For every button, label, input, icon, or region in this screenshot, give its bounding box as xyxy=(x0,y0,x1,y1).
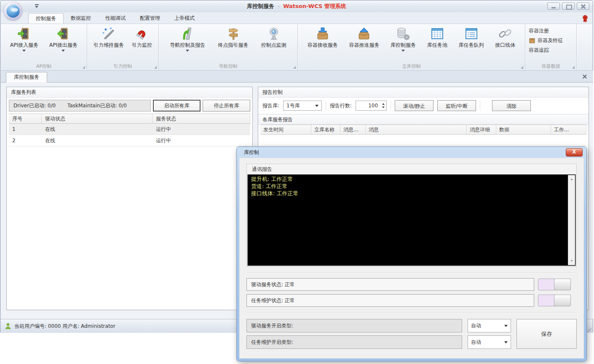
list-icon xyxy=(464,27,479,41)
divider xyxy=(326,101,326,111)
minimize-button[interactable] xyxy=(547,3,560,10)
dialog-launcher-icon[interactable] xyxy=(293,66,296,69)
ribbon-group-container-data: 容器注册 容器及特征 容器追踪 容器数据 xyxy=(525,24,577,70)
task-pool-button[interactable]: 库任务池 xyxy=(425,25,450,63)
table-row[interactable]: 1 在线 运行中 xyxy=(9,124,250,135)
warehouse-control-service-button[interactable]: 库控制服务 xyxy=(388,25,418,63)
nav-control-report-button[interactable]: 导航控制及报告 xyxy=(167,25,208,63)
chevron-down-icon xyxy=(315,105,318,109)
chevron-down-icon xyxy=(22,50,26,53)
dialog-launcher-icon[interactable] xyxy=(154,66,157,69)
clear-button[interactable]: 清除 xyxy=(492,100,531,111)
app-orb-button[interactable] xyxy=(4,2,22,20)
ribbon-group-footer: 引力控制 xyxy=(87,63,158,70)
titlebar: 库控制服务 - Watson-WCS 管理系统 xyxy=(0,0,593,12)
ribbon-group-footer: 容器数据 xyxy=(525,63,576,70)
arrow-up-icon xyxy=(382,102,385,105)
gravity-monitor-button[interactable]: 引力监控 xyxy=(129,25,155,63)
gravity-keep-service-button[interactable]: 引力维持服务 xyxy=(91,25,126,63)
report-lib-value: 1号库 xyxy=(286,102,300,109)
column-header[interactable]: 工作... xyxy=(551,125,586,134)
vertical-scrollbar[interactable] xyxy=(568,175,575,265)
column-header[interactable]: 驱动状态 xyxy=(42,114,153,123)
tab-control-service[interactable]: 控制服务 xyxy=(28,13,64,24)
start-all-button[interactable]: 启动所有库 xyxy=(153,100,201,112)
column-header[interactable]: 序号 xyxy=(9,114,42,123)
dialog-close-button[interactable]: X xyxy=(566,148,583,157)
toggle-knob xyxy=(554,295,571,306)
column-header[interactable]: 数据 xyxy=(496,125,551,134)
divider xyxy=(246,272,577,273)
api-in-service-button[interactable]: API接入服务 xyxy=(8,25,41,63)
maximize-button[interactable] xyxy=(562,3,575,10)
resize-grip[interactable] xyxy=(586,326,591,332)
console-line: 货道: 工作正常 xyxy=(251,183,565,190)
column-header[interactable]: 发生时间 xyxy=(260,125,311,134)
dialog-launcher-icon[interactable] xyxy=(572,66,575,69)
console-line: 接口线体: 工作正常 xyxy=(251,190,565,197)
report-lib-select[interactable]: 1号库 xyxy=(283,101,322,111)
ribbon-button-label: 引力维持服务 xyxy=(94,42,124,48)
ribbon-button-label: 库任务池 xyxy=(427,42,447,48)
document-close-icon[interactable] xyxy=(582,74,587,79)
container-feature-button[interactable]: 容器及特征 xyxy=(529,37,563,44)
endpoint-guide-service-button[interactable]: 终点指引服务 xyxy=(216,25,251,63)
scroll-down-icon xyxy=(570,260,573,263)
comm-report-console[interactable]: 提升机: 工作正常 货道: 工作正常 接口线体: 工作正常 xyxy=(247,174,576,266)
task-maintain-status: 任务维护状态: 正常 xyxy=(246,294,534,307)
report-lines-value: 100 xyxy=(356,101,380,110)
save-button[interactable]: 保存 xyxy=(516,319,577,349)
table-row[interactable]: 2 在线 运行中 xyxy=(9,135,250,146)
tab-data-monitor[interactable]: 数据监控 xyxy=(64,13,98,24)
interface-line-button[interactable]: 接口线体 xyxy=(492,25,518,63)
column-header[interactable]: 消息... xyxy=(340,125,366,134)
cell-no: 1 xyxy=(9,124,42,135)
divider xyxy=(391,101,391,111)
scroll-toggle-button[interactable]: 滚动/静止 xyxy=(395,100,433,111)
close-button[interactable] xyxy=(577,3,589,10)
tab-performance-tuning[interactable]: 性能调试 xyxy=(98,13,133,24)
tab-config-management[interactable]: 配置管理 xyxy=(133,13,167,24)
arrow-down-icon xyxy=(382,106,385,109)
task-start-type-select[interactable]: 自动 xyxy=(468,335,511,349)
control-point-monitor-button[interactable]: 控制点监测 xyxy=(259,25,289,63)
drive-start-type-select[interactable]: 自动 xyxy=(468,319,511,332)
task-status-toggle[interactable] xyxy=(538,295,571,306)
drive-status-toggle[interactable] xyxy=(538,279,571,290)
column-header[interactable]: 消息详细 xyxy=(467,125,496,134)
column-header[interactable]: 立库名称 xyxy=(311,125,340,134)
toggle-knob xyxy=(554,279,571,290)
window-controls xyxy=(547,3,589,10)
ribbon-group-label: 立库控制 xyxy=(402,64,421,69)
api-out-service-button[interactable]: API接出服务 xyxy=(47,25,80,63)
container-receive-service-button[interactable]: 容器接收服务 xyxy=(305,25,340,63)
task-queue-button[interactable]: 库任务队列 xyxy=(456,25,487,63)
container-register-button[interactable]: 容器注册 xyxy=(529,27,549,35)
ribbon-button-label: 容器推送服务 xyxy=(349,42,379,48)
dialog-launcher-icon[interactable] xyxy=(83,66,85,69)
service-status-summary: Driver已启动: 0/0 TaskMaintain已启动: 0/0 xyxy=(9,100,151,112)
cell-drive-status: 在线 xyxy=(42,135,153,146)
window-title-system: Watson-WCS 管理系统 xyxy=(283,3,346,9)
drive-start-type-value: 自动 xyxy=(471,322,481,329)
report-lines-stepper[interactable]: 100 xyxy=(356,101,387,111)
column-header[interactable]: 服务状态 xyxy=(153,114,250,123)
column-header[interactable]: 消息 xyxy=(366,125,467,134)
task-start-type-label: 任务维护开启类型: xyxy=(246,335,462,349)
ribbon-button-label: API接出服务 xyxy=(49,42,78,48)
container-push-service-button[interactable]: 容器推送服务 xyxy=(346,25,382,63)
service-table: 序号 驱动状态 服务状态 1 在线 运行中 2 在线 运行中 xyxy=(9,114,250,146)
dialog-launcher-icon[interactable] xyxy=(521,66,523,69)
chevron-down-icon xyxy=(62,50,65,53)
screenshot-stage: 库控制服务 - Watson-WCS 管理系统 控制服务 数据监控 性能调试 配… xyxy=(0,0,594,364)
listen-toggle-button[interactable]: 监听/中断 xyxy=(437,100,476,111)
tray-send-icon xyxy=(357,27,371,41)
ribbon-group-footer: AP控制 xyxy=(1,63,87,70)
stop-all-button[interactable]: 停止所有库 xyxy=(203,100,250,112)
tab-god-mode[interactable]: 上帝模式 xyxy=(167,13,202,24)
window-title-dash: - xyxy=(278,3,280,9)
stepper-arrows[interactable] xyxy=(380,101,386,110)
container-box-icon xyxy=(529,37,535,44)
doc-tab-warehouse-control[interactable]: 库控制服务 xyxy=(6,72,47,82)
container-track-button[interactable]: 容器追踪 xyxy=(529,46,549,54)
